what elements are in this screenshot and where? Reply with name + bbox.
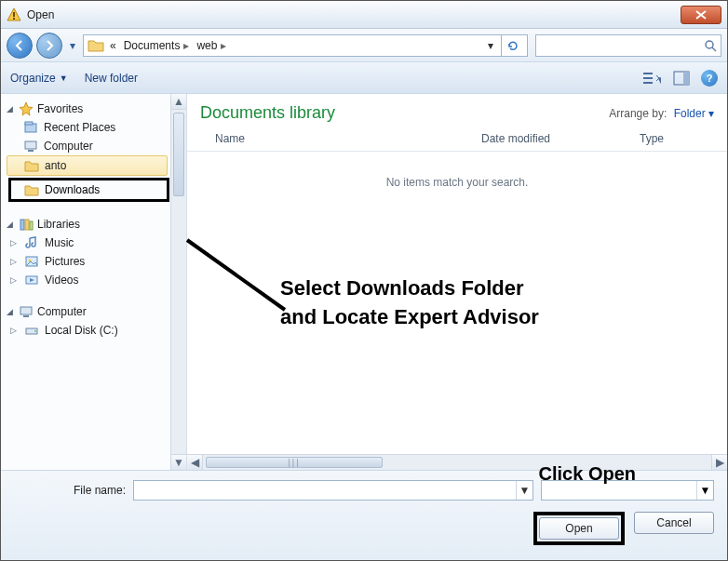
computer-icon [23, 139, 38, 154]
app-warning-icon [7, 7, 21, 22]
nav-recent-dropdown[interactable]: ▾ [66, 34, 79, 57]
command-bar: Organize▼ New folder ▼ ? [1, 62, 727, 94]
computer-group[interactable]: ◢ Computer [7, 302, 186, 321]
filter-dropdown[interactable]: ▼ [696, 481, 713, 500]
svg-rect-12 [25, 122, 33, 125]
address-bar[interactable]: « Documents▸ web▸ ▾ [83, 34, 528, 57]
dialog-footer: File name: ▼ ▼ Open Cancel [1, 470, 727, 560]
window-title: Open [27, 8, 54, 21]
svg-rect-14 [28, 150, 34, 152]
filename-dropdown[interactable]: ▼ [516, 481, 533, 500]
nav-bar: ▾ « Documents▸ web▸ ▾ [1, 29, 727, 62]
column-headers: Name Date modified Type [187, 127, 727, 152]
breadcrumb-prefix[interactable]: « [108, 39, 118, 52]
computer-icon [19, 304, 34, 319]
recent-icon [23, 120, 38, 135]
search-input[interactable] [535, 34, 721, 57]
folder-icon [88, 38, 104, 53]
svg-point-3 [706, 41, 713, 48]
view-options-button[interactable]: ▼ [641, 68, 662, 88]
new-folder-button[interactable]: New folder [85, 72, 138, 85]
folder-icon [24, 182, 39, 197]
svg-rect-13 [25, 141, 36, 149]
hscroll-thumb[interactable]: ||| [206, 457, 383, 468]
library-title: Documents library [200, 103, 335, 123]
title-bar: Open [1, 1, 727, 29]
scroll-up-icon[interactable]: ▲ [171, 94, 186, 110]
open-button[interactable]: Open [539, 517, 619, 540]
svg-rect-7 [643, 82, 653, 84]
scroll-down-icon[interactable]: ▼ [171, 454, 186, 470]
horizontal-scrollbar[interactable]: ◀ ||| ▶ [187, 454, 727, 470]
svg-rect-17 [30, 221, 33, 230]
empty-message: No items match your search. [187, 152, 727, 213]
svg-rect-22 [23, 315, 29, 317]
sidebar-scrollbar[interactable]: ▲ ▼ [170, 94, 186, 470]
close-button[interactable] [681, 6, 721, 24]
sidebar-downloads[interactable]: Downloads [8, 178, 169, 202]
videos-icon [24, 273, 39, 287]
column-type[interactable]: Type [640, 132, 714, 145]
star-icon [19, 101, 34, 116]
sidebar-recent-places[interactable]: Recent Places [7, 118, 186, 137]
cancel-button[interactable]: Cancel [634, 512, 714, 534]
favorites-group[interactable]: ◢ Favorites [7, 100, 186, 118]
svg-rect-10 [683, 72, 689, 85]
svg-rect-1 [13, 12, 15, 17]
pictures-icon [24, 254, 39, 269]
sidebar-local-disk-c[interactable]: ▷ Local Disk (C:) [7, 321, 186, 340]
sidebar-computer-fav[interactable]: Computer [7, 137, 186, 155]
nav-forward-button[interactable] [36, 33, 62, 59]
sidebar-music[interactable]: ▷ Music [7, 234, 186, 252]
libraries-icon [19, 217, 34, 232]
svg-rect-16 [25, 220, 29, 230]
preview-pane-button[interactable] [671, 68, 692, 88]
svg-rect-2 [13, 18, 15, 20]
folder-icon [24, 158, 39, 173]
arrange-by-dropdown[interactable]: Folder ▾ [674, 107, 714, 120]
nav-back-button[interactable] [7, 33, 33, 59]
navigation-pane: ◢ Favorites Recent Places Computer [1, 94, 187, 470]
help-button[interactable]: ? [701, 70, 718, 87]
sidebar-anto[interactable]: anto [7, 155, 168, 176]
scroll-right-icon[interactable]: ▶ [711, 455, 727, 470]
scroll-thumb[interactable] [173, 113, 184, 196]
breadcrumb-documents[interactable]: Documents▸ [122, 39, 192, 52]
svg-rect-21 [20, 307, 32, 314]
svg-text:▼: ▼ [655, 73, 661, 86]
sidebar-pictures[interactable]: ▷ Pictures [7, 252, 186, 271]
annotation-open-highlight: Open [533, 512, 625, 545]
svg-point-24 [34, 330, 36, 332]
svg-rect-15 [20, 220, 24, 230]
drive-icon [24, 323, 39, 338]
svg-rect-5 [643, 73, 653, 74]
open-dialog-window: Open ▾ « Documents▸ web▸ ▾ [0, 0, 728, 561]
music-icon [24, 235, 39, 250]
arrange-by: Arrange by: Folder ▾ [609, 107, 714, 120]
svg-line-4 [712, 47, 716, 51]
sidebar-videos[interactable]: ▷ Videos [7, 271, 186, 289]
address-dropdown[interactable]: ▾ [484, 39, 497, 52]
refresh-button[interactable] [501, 34, 523, 57]
file-list-pane: Documents library Arrange by: Folder ▾ N… [187, 94, 727, 470]
organize-menu[interactable]: Organize▼ [10, 72, 68, 85]
libraries-group[interactable]: ◢ Libraries [7, 215, 186, 234]
breadcrumb-web[interactable]: web▸ [195, 39, 228, 52]
file-type-filter[interactable]: ▼ [541, 480, 714, 501]
column-date[interactable]: Date modified [481, 132, 640, 145]
svg-rect-6 [643, 77, 653, 79]
filename-label: File name: [14, 484, 126, 497]
filename-input[interactable]: ▼ [133, 480, 533, 501]
column-name[interactable]: Name [215, 132, 481, 145]
search-icon [704, 39, 717, 52]
scroll-left-icon[interactable]: ◀ [187, 455, 203, 470]
dialog-body: ◢ Favorites Recent Places Computer [1, 94, 727, 470]
